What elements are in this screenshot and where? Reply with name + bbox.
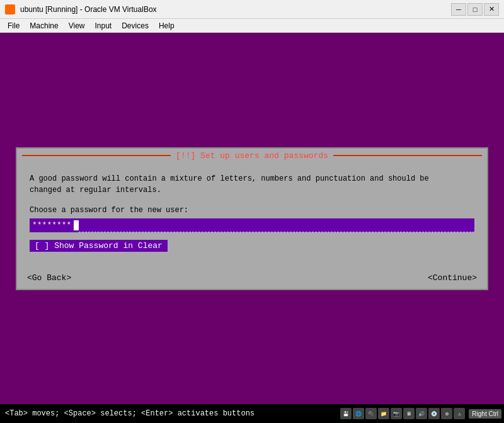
menu-input[interactable]: Input: [90, 20, 117, 31]
menu-devices[interactable]: Devices: [117, 20, 154, 31]
dialog-title: [!!] Set up users and passwords: [171, 151, 333, 161]
usb-icon[interactable]: 🔌: [365, 408, 377, 419]
dialog-title-bar: [!!] Set up users and passwords: [17, 149, 487, 163]
display-icon[interactable]: 🖥: [403, 408, 415, 419]
menu-machine[interactable]: Machine: [25, 20, 63, 31]
title-bar: ubuntu [Running] - Oracle VM VirtualBox …: [0, 0, 504, 19]
network-icon[interactable]: 🌐: [353, 408, 364, 419]
password-label: Choose a password for the new user:: [30, 206, 474, 215]
menu-file[interactable]: File: [3, 20, 25, 31]
capture-icon[interactable]: 📷: [391, 408, 402, 419]
vm-display[interactable]: [!!] Set up users and passwords A good p…: [0, 33, 504, 404]
disk-icon[interactable]: 💾: [340, 408, 352, 419]
continue-button[interactable]: <Continue>: [423, 272, 482, 284]
window-title: ubuntu [Running] - Oracle VM VirtualBox: [20, 5, 446, 14]
show-password-checkbox-row[interactable]: [ ] Show Password in Clear: [30, 240, 474, 252]
minimize-button[interactable]: ─: [451, 3, 466, 16]
app-icon: [5, 4, 15, 14]
menu-bar: File Machine View Input Devices Help: [0, 19, 504, 33]
audio-icon[interactable]: 🔊: [416, 408, 427, 419]
password-input-row[interactable]: ********: [30, 218, 474, 232]
status-text: <Tab> moves; <Space> selects; <Enter> ac…: [5, 409, 255, 418]
window-controls: ─ □ ✕: [451, 3, 499, 16]
settings-icon[interactable]: ⚙: [441, 408, 452, 419]
go-back-button[interactable]: <Go Back>: [22, 272, 76, 284]
dialog-description: A good password will contain a mixture o…: [30, 173, 474, 196]
hd-icon[interactable]: 💿: [428, 408, 440, 419]
status-bar: <Tab> moves; <Space> selects; <Enter> ac…: [0, 404, 504, 423]
warning-icon[interactable]: ⚠: [454, 408, 465, 419]
password-asterisks: ********: [30, 220, 74, 230]
setup-dialog: [!!] Set up users and passwords A good p…: [16, 147, 488, 290]
password-cursor: [74, 220, 79, 230]
dialog-body: A good password will contain a mixture o…: [17, 163, 487, 272]
restore-button[interactable]: □: [467, 3, 483, 16]
taskbar-icons: 💾 🌐 🔌 📁 📷 🖥 🔊 💿 ⚙ ⚠ Right Ctrl: [338, 404, 504, 423]
menu-help[interactable]: Help: [154, 20, 180, 31]
folder-icon[interactable]: 📁: [378, 408, 389, 419]
right-ctrl-label: Right Ctrl: [469, 409, 501, 419]
close-button[interactable]: ✕: [484, 3, 499, 16]
password-underline: [79, 218, 474, 232]
dialog-buttons: <Go Back> <Continue>: [17, 272, 487, 289]
menu-view[interactable]: View: [64, 20, 90, 31]
show-password-label[interactable]: [ ] Show Password in Clear: [30, 240, 168, 252]
